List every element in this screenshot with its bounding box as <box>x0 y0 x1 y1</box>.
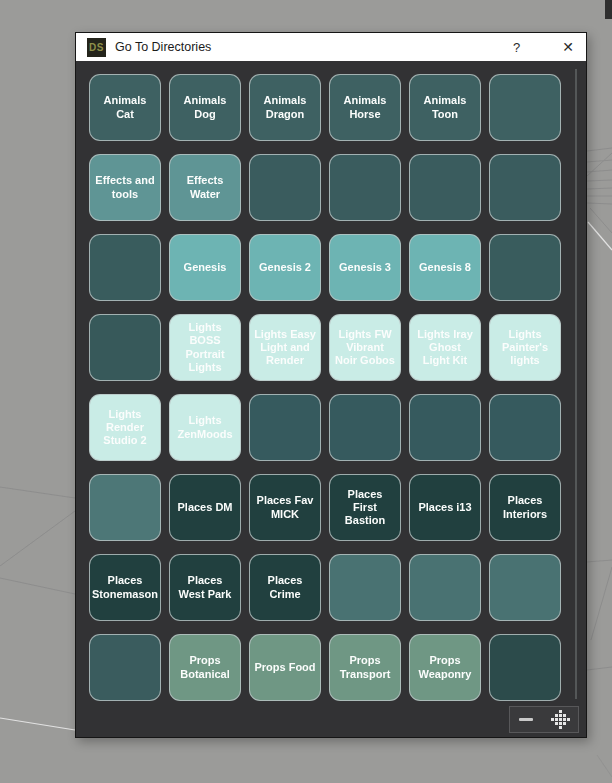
directory-button[interactable]: Lights Easy Light and Render <box>249 314 321 381</box>
directory-button[interactable]: Lights FW Vibrant Noir Gobos <box>329 314 401 381</box>
directory-button[interactable]: Animals Dog <box>169 74 241 141</box>
directory-button-empty[interactable] <box>409 394 481 461</box>
directory-button[interactable]: Animals Horse <box>329 74 401 141</box>
directory-button[interactable]: Places Fav MICK <box>249 474 321 541</box>
directory-button-empty[interactable] <box>89 634 161 701</box>
directory-button[interactable]: Places First Bastion <box>329 474 401 541</box>
directory-button[interactable]: Genesis <box>169 234 241 301</box>
directory-button[interactable]: Places West Park <box>169 554 241 621</box>
directory-button[interactable]: Animals Toon <box>409 74 481 141</box>
dot-grid-handle-icon[interactable] <box>549 708 572 731</box>
directory-button-empty[interactable] <box>489 234 561 301</box>
directory-button-empty[interactable] <box>489 154 561 221</box>
directory-button-empty[interactable] <box>249 394 321 461</box>
directory-button-empty[interactable] <box>489 554 561 621</box>
directory-button-empty[interactable] <box>329 554 401 621</box>
directory-button[interactable]: Props Weaponry <box>409 634 481 701</box>
directory-button[interactable]: Lights ZenMoods <box>169 394 241 461</box>
directory-button[interactable]: Lights Render Studio 2 <box>89 394 161 461</box>
directory-button-empty[interactable] <box>89 314 161 381</box>
directory-button[interactable]: Places DM <box>169 474 241 541</box>
directory-button[interactable]: Places Stonemason <box>89 554 161 621</box>
close-button[interactable]: ✕ <box>562 39 574 55</box>
directory-button-empty[interactable] <box>489 634 561 701</box>
go-to-directories-dialog: DS Go To Directories ? ✕ Animals CatAnim… <box>75 32 587 738</box>
daz-studio-app-icon: DS <box>87 38 106 57</box>
directory-button[interactable]: Lights Iray Ghost Light Kit <box>409 314 481 381</box>
directory-button-empty[interactable] <box>409 554 481 621</box>
directory-button[interactable]: Genesis 2 <box>249 234 321 301</box>
directory-button[interactable]: Effects and tools <box>89 154 161 221</box>
directory-button-empty[interactable] <box>489 74 561 141</box>
directory-button-empty[interactable] <box>489 394 561 461</box>
dialog-title: Go To Directories <box>115 40 504 54</box>
directory-button[interactable]: Places Crime <box>249 554 321 621</box>
directory-button-empty[interactable] <box>329 154 401 221</box>
directory-button[interactable]: Genesis 8 <box>409 234 481 301</box>
directory-button[interactable]: Props Food <box>249 634 321 701</box>
directory-button[interactable]: Animals Cat <box>89 74 161 141</box>
directory-button[interactable]: Lights BOSS Portrait Lights <box>169 314 241 381</box>
directory-button-empty[interactable] <box>409 154 481 221</box>
directory-button[interactable]: Props Transport <box>329 634 401 701</box>
directory-button-empty[interactable] <box>89 474 161 541</box>
dialog-footer-controls <box>509 706 579 733</box>
minimize-dash-icon[interactable] <box>519 718 533 721</box>
directory-button[interactable]: Effects Water <box>169 154 241 221</box>
dialog-titlebar: DS Go To Directories ? ✕ <box>76 33 586 61</box>
directory-button[interactable]: Lights Painter's lights <box>489 314 561 381</box>
directory-button[interactable]: Places i13 <box>409 474 481 541</box>
help-button[interactable]: ? <box>513 40 520 55</box>
directory-grid: Animals CatAnimals DogAnimals DragonAnim… <box>89 74 561 701</box>
directory-button-empty[interactable] <box>89 234 161 301</box>
vertical-scrollbar-track[interactable] <box>575 69 577 699</box>
directory-button[interactable]: Genesis 3 <box>329 234 401 301</box>
viewport-3d: DS Go To Directories ? ✕ Animals CatAnim… <box>0 0 612 783</box>
directory-button[interactable]: Places Interiors <box>489 474 561 541</box>
directory-button[interactable]: Props Botanical <box>169 634 241 701</box>
viewport-corner-bar <box>605 0 612 19</box>
directory-button-empty[interactable] <box>329 394 401 461</box>
directory-button-empty[interactable] <box>249 154 321 221</box>
directory-button[interactable]: Animals Dragon <box>249 74 321 141</box>
